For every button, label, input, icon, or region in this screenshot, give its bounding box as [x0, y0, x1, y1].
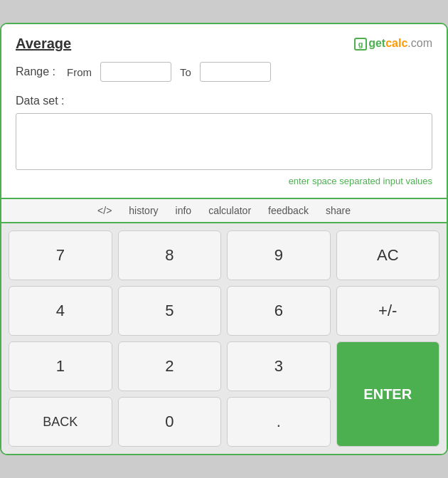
logo-icon	[354, 38, 367, 51]
key-6[interactable]: 6	[227, 286, 331, 336]
keypad-grid: 7 8 9 AC 4 5 6 +/- 1 2 3 ENTER BACK 0 .	[9, 230, 439, 447]
dataset-section: Data set : enter space separated input v…	[16, 95, 432, 186]
tab-embed[interactable]: </>	[97, 205, 112, 216]
logo-dot: .com	[407, 37, 432, 49]
key-2[interactable]: 2	[118, 341, 222, 391]
range-row: Range : From To	[16, 62, 432, 82]
top-section: Average getcalc.com Range : From To Data…	[1, 24, 447, 199]
tabs-row: </> history info calculator feedback sha…	[1, 199, 447, 223]
keypad-section: 7 8 9 AC 4 5 6 +/- 1 2 3 ENTER BACK 0 .	[1, 223, 447, 454]
tab-calculator[interactable]: calculator	[208, 205, 251, 216]
dataset-label: Data set :	[16, 95, 432, 107]
range-to-label: To	[180, 66, 191, 78]
key-enter[interactable]: ENTER	[336, 341, 440, 447]
logo: getcalc.com	[354, 37, 432, 51]
key-1[interactable]: 1	[9, 341, 112, 391]
key-0[interactable]: 0	[118, 397, 222, 447]
key-back[interactable]: BACK	[9, 397, 112, 447]
tab-share[interactable]: share	[326, 205, 351, 216]
range-from-label: From	[67, 66, 92, 78]
key-5[interactable]: 5	[118, 286, 222, 336]
tab-info[interactable]: info	[176, 205, 192, 216]
calculator-wrapper: Average getcalc.com Range : From To Data…	[0, 23, 448, 455]
key-ac[interactable]: AC	[336, 230, 440, 280]
key-4[interactable]: 4	[9, 286, 112, 336]
logo-get: get	[368, 37, 385, 49]
logo-calc: calc	[385, 37, 407, 49]
key-plusminus[interactable]: +/-	[336, 286, 440, 336]
dataset-textarea[interactable]	[16, 113, 432, 170]
key-8[interactable]: 8	[118, 230, 222, 280]
range-to-input[interactable]	[200, 62, 271, 82]
key-9[interactable]: 9	[227, 230, 331, 280]
key-7[interactable]: 7	[9, 230, 112, 280]
range-from-input[interactable]	[100, 62, 171, 82]
tab-history[interactable]: history	[129, 205, 158, 216]
dataset-hint: enter space separated input values	[16, 176, 432, 186]
page-title: Average	[16, 36, 71, 52]
key-3[interactable]: 3	[227, 341, 331, 391]
key-dot[interactable]: .	[227, 397, 331, 447]
tab-feedback[interactable]: feedback	[268, 205, 309, 216]
header-row: Average getcalc.com	[16, 36, 432, 52]
range-label: Range :	[16, 65, 58, 78]
